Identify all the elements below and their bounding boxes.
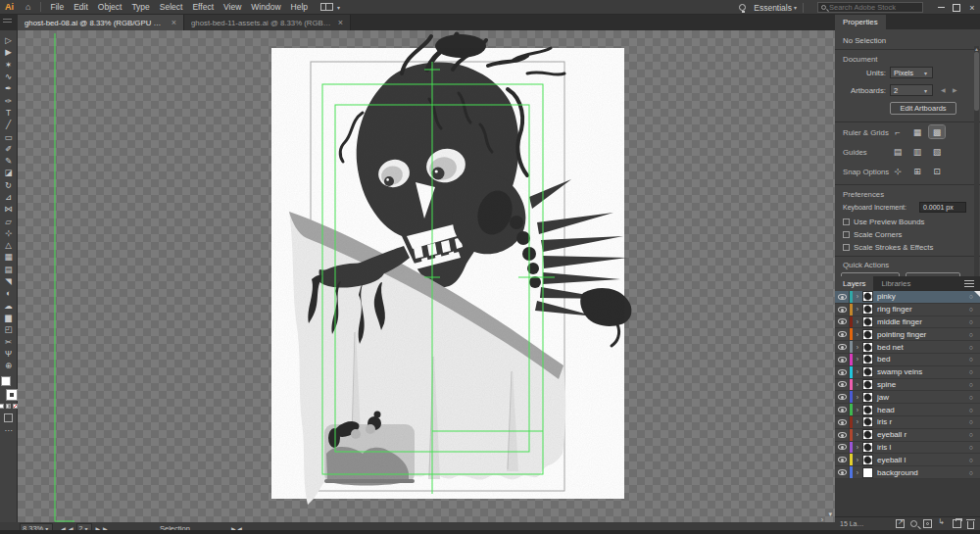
expand-icon[interactable]: › xyxy=(853,318,862,325)
layer-row-eyeball-r[interactable]: › eyeball r ○ xyxy=(835,429,980,442)
layer-name[interactable]: eyeball r xyxy=(877,430,906,439)
collect-for-export-icon[interactable] xyxy=(896,519,905,528)
target-circle-icon[interactable]: ○ xyxy=(969,431,973,438)
layer-row-middle-finger[interactable]: › middle finger ○ xyxy=(835,316,980,329)
visibility-toggle[interactable] xyxy=(835,454,850,465)
checkbox-icon[interactable] xyxy=(843,244,850,251)
menu-type[interactable]: Type xyxy=(126,2,154,12)
menu-effect[interactable]: Effect xyxy=(187,2,219,12)
expand-icon[interactable]: › xyxy=(853,293,862,300)
magic-wand-tool[interactable]: ✶ xyxy=(0,59,18,71)
chevron-down-icon[interactable]: ▾ xyxy=(794,4,797,11)
pen-tool[interactable]: ✒ xyxy=(0,82,18,94)
lock-guides-icon[interactable]: ▥ xyxy=(909,145,925,158)
eraser-tool[interactable]: ◪ xyxy=(0,167,18,178)
keyboard-increment-field[interactable]: 0.0001 px xyxy=(919,202,966,213)
curvature-tool[interactable]: ✑ xyxy=(0,94,18,106)
column-graph-tool[interactable]: ▆ xyxy=(0,312,18,323)
artboard-tool[interactable]: ◰ xyxy=(0,323,18,335)
layer-row-eyeball-l[interactable]: › eyeball l ○ xyxy=(835,454,980,466)
stroke-swatch[interactable] xyxy=(7,390,17,400)
expand-icon[interactable]: › xyxy=(853,469,862,476)
visibility-toggle[interactable] xyxy=(835,416,850,428)
visibility-toggle[interactable] xyxy=(835,304,850,316)
layer-row-swamp-veins[interactable]: › swamp veins ○ xyxy=(835,366,980,379)
target-circle-icon[interactable]: ○ xyxy=(969,306,973,313)
canvas-scroll-down-icon[interactable]: ▾ xyxy=(828,510,832,518)
type-tool[interactable]: T xyxy=(0,107,18,119)
window-restore-button[interactable] xyxy=(949,0,964,15)
home-icon[interactable]: ⌂ xyxy=(20,2,36,12)
layer-name[interactable]: eyeball l xyxy=(877,456,906,464)
expand-icon[interactable]: › xyxy=(853,418,862,425)
width-tool[interactable]: ⋈ xyxy=(0,203,18,215)
expand-icon[interactable]: › xyxy=(853,306,862,313)
target-circle-icon[interactable]: ○ xyxy=(969,356,973,363)
layer-row-ring-finger[interactable]: › ring finger ○ xyxy=(835,304,980,316)
close-icon[interactable]: × xyxy=(338,18,343,27)
target-circle-icon[interactable]: ○ xyxy=(969,331,973,338)
edit-artboards-button[interactable]: Edit Artboards xyxy=(890,102,956,115)
layer-row-bed[interactable]: › bed ○ xyxy=(835,354,980,366)
units-dropdown[interactable]: Pixels ▾ xyxy=(890,67,933,78)
scale-strokes-effects-checkbox[interactable]: Scale Strokes & Effects xyxy=(843,243,970,252)
paintbrush-tool[interactable]: ✐ xyxy=(0,143,18,155)
layer-name[interactable]: background xyxy=(877,468,918,477)
layer-row-spine[interactable]: › spine ○ xyxy=(835,379,980,392)
gradient-tool[interactable]: ▤ xyxy=(0,264,18,275)
target-circle-icon[interactable]: ○ xyxy=(969,469,973,476)
layer-name[interactable]: bed xyxy=(877,355,890,364)
perspective-grid-tool[interactable]: △ xyxy=(0,239,18,251)
locate-object-icon[interactable] xyxy=(910,520,917,527)
visibility-toggle[interactable] xyxy=(835,391,850,403)
checkbox-icon[interactable] xyxy=(843,218,850,225)
layer-name[interactable]: ring finger xyxy=(877,305,912,314)
visibility-toggle[interactable] xyxy=(835,366,850,378)
mesh-tool[interactable]: ▦ xyxy=(0,251,18,263)
properties-scrollbar[interactable]: ▲ ▼ xyxy=(974,46,979,289)
expand-icon[interactable]: › xyxy=(853,407,862,413)
target-circle-icon[interactable]: ○ xyxy=(969,381,973,388)
rectangle-tool[interactable]: ▭ xyxy=(0,130,18,142)
line-segment-tool[interactable]: ╱ xyxy=(0,119,18,130)
menu-view[interactable]: View xyxy=(219,2,246,12)
arrange-documents-icon[interactable] xyxy=(320,3,333,11)
layer-row-head[interactable]: › head ○ xyxy=(835,404,980,416)
menu-window[interactable]: Window xyxy=(246,2,285,12)
layer-row-background[interactable]: › background ○ xyxy=(835,466,980,479)
target-circle-icon[interactable]: ○ xyxy=(969,368,973,375)
checkbox-icon[interactable] xyxy=(843,231,850,238)
new-layer-icon[interactable] xyxy=(953,519,961,528)
layer-row-iris-r[interactable]: › iris r ○ xyxy=(835,416,980,429)
canvas[interactable]: ▾ › xyxy=(18,30,835,522)
layer-row-bed-net[interactable]: › bed net ○ xyxy=(835,341,980,354)
color-button[interactable] xyxy=(0,404,4,409)
shaper-tool[interactable]: ✎ xyxy=(0,155,18,167)
snap-to-pixel-icon[interactable]: ⊡ xyxy=(929,165,945,177)
discover-lightbulb-icon[interactable] xyxy=(739,4,746,11)
layer-name[interactable]: pinky xyxy=(877,292,896,301)
eyedropper-tool[interactable]: ◥ xyxy=(0,275,18,287)
expand-icon[interactable]: › xyxy=(853,344,862,351)
show-grid-icon[interactable]: ▦ xyxy=(909,125,925,138)
visibility-toggle[interactable] xyxy=(835,316,850,328)
layer-name[interactable]: pointing finger xyxy=(877,330,926,339)
artboard-next-icon[interactable]: ▶ xyxy=(953,86,957,93)
chevron-down-icon[interactable]: ▾ xyxy=(337,4,340,11)
adobe-stock-search[interactable] xyxy=(817,2,923,13)
rotate-tool[interactable]: ↻ xyxy=(0,179,18,191)
new-sublayer-icon[interactable] xyxy=(938,519,947,528)
target-circle-icon[interactable]: ○ xyxy=(969,318,973,325)
scale-tool[interactable]: ⊿ xyxy=(0,191,18,203)
workspace-switcher[interactable]: Essentials xyxy=(754,3,792,13)
document-tab-active[interactable]: ghost-bed-08.ai @ 8.33% (RGB/GPU Preview… xyxy=(18,15,184,30)
show-guides-icon[interactable]: ▤ xyxy=(890,145,906,158)
expand-icon[interactable]: › xyxy=(853,381,862,388)
selection-tool[interactable]: ▷ xyxy=(0,34,18,46)
snap-to-point-icon[interactable]: ⊹ xyxy=(890,165,906,177)
symbol-sprayer-tool[interactable]: ☁ xyxy=(0,300,18,312)
panel-menu-icon[interactable] xyxy=(964,280,974,287)
expand-icon[interactable]: › xyxy=(853,394,862,401)
zoom-tool[interactable]: ⊕ xyxy=(0,360,18,371)
fill-stroke-control[interactable] xyxy=(1,376,17,400)
